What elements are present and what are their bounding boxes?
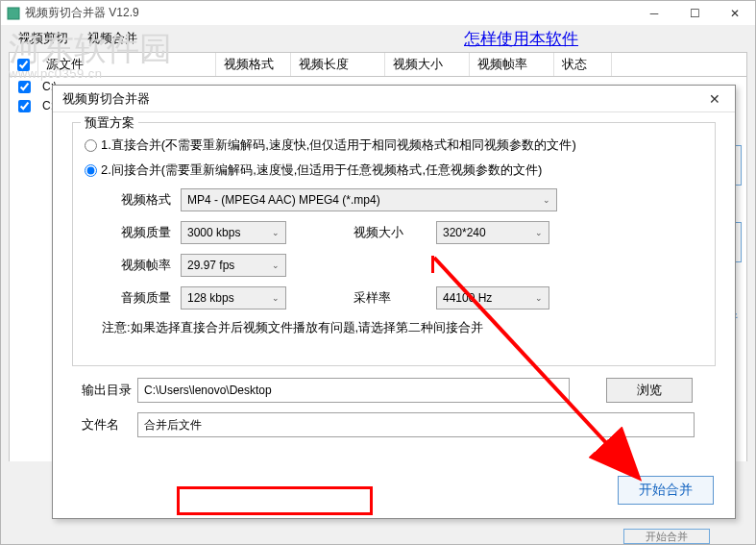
radio-direct-label: 1.直接合并(不需要重新编解码,速度快,但仅适用于相同视频格式和相同视频参数的文… [101, 136, 576, 154]
radio-indirect-input[interactable] [85, 164, 97, 177]
radio-direct-input[interactable] [85, 139, 97, 152]
col-length: 视频长度 [291, 53, 385, 76]
filename-label: 文件名 [72, 416, 137, 434]
file-table-header: 源文件 视频格式 视频长度 视频大小 视频帧率 状态 [9, 52, 747, 77]
video-fps-select[interactable]: 29.97 fps ⌄ [181, 254, 286, 277]
annotation-red-tick [431, 256, 434, 273]
audio-quality-label: 音频质量 [85, 289, 181, 307]
dialog-body: 预置方案 1.直接合并(不需要重新编解码,速度快,但仅适用于相同视频格式和相同视… [53, 112, 735, 457]
col-fps: 视频帧率 [470, 53, 554, 76]
merge-note: 注意:如果选择直接合并后视频文件播放有问题,请选择第二种间接合并 [102, 319, 703, 336]
sample-rate-select[interactable]: 44100 Hz ⌄ [436, 286, 549, 310]
browse-button[interactable]: 浏览 [606, 378, 693, 403]
fieldset-label: 预置方案 [81, 114, 138, 132]
minimize-button[interactable]: ─ [634, 1, 674, 25]
col-checkbox[interactable] [10, 53, 38, 76]
preset-fieldset: 预置方案 1.直接合并(不需要重新编解码,速度快,但仅适用于相同视频格式和相同视… [72, 122, 716, 366]
start-merge-button[interactable]: 开始合并 [618, 476, 714, 505]
radio-direct-merge[interactable]: 1.直接合并(不需要重新编解码,速度快,但仅适用于相同视频格式和相同视频参数的文… [85, 136, 703, 154]
window-title: 视频剪切合并器 V12.9 [25, 5, 139, 21]
video-fps-label: 视频帧率 [85, 257, 181, 274]
menubar: 视频剪切 视频合并 怎样使用本软件 [1, 25, 755, 52]
maximize-button[interactable]: ☐ [674, 1, 715, 25]
radio-indirect-label: 2.间接合并(需要重新编解码,速度慢,但适用于任意视频格式,任意视频参数的文件) [101, 161, 542, 179]
chevron-down-icon: ⌄ [272, 293, 280, 303]
app-icon [7, 7, 20, 20]
video-quality-select[interactable]: 3000 kbps ⌄ [181, 221, 286, 244]
video-format-select[interactable]: MP4 - (MPEG4 AAC) MPEG4 (*.mp4) ⌄ [181, 188, 557, 211]
col-source: 源文件 [38, 53, 216, 76]
output-dir-input[interactable]: C:\Users\lenovo\Desktop [137, 378, 570, 403]
chevron-down-icon: ⌄ [272, 228, 280, 237]
chevron-down-icon: ⌄ [543, 195, 550, 205]
window-controls: ─ ☐ ✕ [634, 1, 755, 25]
col-format: 视频格式 [216, 53, 291, 76]
main-titlebar: 视频剪切合并器 V12.9 ─ ☐ ✕ [1, 1, 755, 25]
dialog-close-button[interactable]: ✕ [700, 89, 729, 109]
svg-rect-0 [8, 8, 19, 19]
col-size: 视频大小 [385, 53, 470, 76]
radio-indirect-merge[interactable]: 2.间接合并(需要重新编解码,速度慢,但适用于任意视频格式,任意视频参数的文件) [85, 161, 703, 179]
sample-rate-label: 采样率 [334, 289, 411, 307]
bottom-start-merge-button[interactable]: 开始合并 [623, 529, 710, 544]
row-checkbox[interactable] [18, 100, 31, 112]
audio-quality-select[interactable]: 128 kbps ⌄ [181, 286, 286, 310]
col-status: 状态 [554, 53, 612, 76]
chevron-down-icon: ⌄ [535, 293, 543, 303]
row-checkbox[interactable] [18, 81, 31, 93]
menu-video-merge[interactable]: 视频合并 [78, 26, 147, 51]
chevron-down-icon: ⌄ [272, 260, 280, 270]
filename-input[interactable]: 合并后文件 [137, 412, 695, 437]
dialog-titlebar: 视频剪切合并器 ✕ [53, 86, 735, 112]
help-link[interactable]: 怎样使用本软件 [464, 28, 578, 50]
dialog-title: 视频剪切合并器 [62, 90, 150, 108]
chevron-down-icon: ⌄ [535, 228, 543, 237]
merge-dialog: 视频剪切合并器 ✕ 预置方案 1.直接合并(不需要重新编解码,速度快,但仅适用于… [52, 85, 736, 519]
video-format-label: 视频格式 [85, 191, 181, 209]
video-quality-label: 视频质量 [85, 224, 181, 241]
close-button[interactable]: ✕ [715, 1, 755, 25]
video-size-label: 视频大小 [334, 224, 411, 241]
video-size-select[interactable]: 320*240 ⌄ [436, 221, 549, 244]
menu-video-cut[interactable]: 视频剪切 [9, 26, 78, 51]
output-dir-label: 输出目录 [72, 382, 137, 399]
